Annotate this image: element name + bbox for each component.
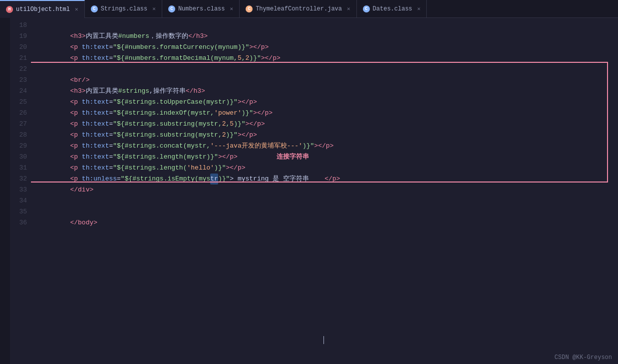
- tab-icon-thymeleaf: C: [246, 5, 253, 12]
- tab-close-utilobject[interactable]: ✕: [75, 6, 78, 12]
- tab-strings[interactable]: C Strings.class ✕: [85, 0, 162, 18]
- code-line-35: [39, 206, 618, 217]
- tab-label-numbers: Numbers.class: [178, 5, 225, 12]
- tab-icon-numbers: C: [168, 5, 175, 12]
- line-numbers: 18 19 20 21 22 23 24 25 26 27 28 29 30 3…: [10, 18, 31, 364]
- text-cursor: [323, 336, 324, 344]
- code-line-18: [39, 20, 618, 31]
- watermark: CSDN @KK-Greyson: [555, 354, 612, 361]
- code-content: <h3>内置工具类#numbers，操作数字的</h3> <p th:text=…: [31, 18, 618, 364]
- code-line-33: </div>: [39, 184, 618, 195]
- code-line-29: <p th:text="${#strings.concat(mystr,'---…: [39, 141, 618, 152]
- code-line-27: <p th:text="${#strings.substring(mystr,2…: [39, 119, 618, 130]
- code-line-36: </body>: [39, 217, 618, 228]
- code-line-23: <br/>: [39, 75, 618, 86]
- code-line-32: <p th:unless="${#strings.isEmpty(mystr)}…: [39, 174, 618, 184]
- tab-label-thymeleaf: ThymeleafController.java: [256, 5, 342, 12]
- tab-close-strings[interactable]: ✕: [152, 5, 156, 12]
- tab-icon-strings: C: [91, 5, 98, 12]
- code-line-26: <p th:text="${#strings.indexOf(mystr,'po…: [39, 108, 618, 119]
- code-line-25: <p th:text="${#strings.toUpperCase(mystr…: [39, 97, 618, 108]
- code-line-20: <p th:text="${#numbers.formatCurrency(my…: [39, 42, 618, 53]
- tab-utilobject[interactable]: H utilObject.html ✕: [0, 0, 85, 18]
- code-line-21: <p th:text="${#numbers.formatDecimal(myn…: [39, 53, 618, 64]
- code-line-19: <h3>内置工具类#numbers，操作数字的</h3>: [39, 31, 618, 42]
- tab-label-utilobject: utilObject.html: [16, 6, 70, 13]
- code-line-28: <p th:text="${#strings.substring(mystr,2…: [39, 130, 618, 141]
- tab-icon-html: H: [6, 6, 13, 13]
- tab-close-dates[interactable]: ✕: [417, 5, 421, 12]
- code-line-30: <p th:text="${#strings.length(mystr)}"><…: [39, 152, 618, 163]
- editor-area: 18 19 20 21 22 23 24 25 26 27 28 29 30 3…: [0, 18, 618, 364]
- tab-thymeleaf[interactable]: C ThymeleafController.java ✕: [240, 0, 356, 18]
- code-line-24: <h3>内置工具类#strings,操作字符串</h3>: [39, 86, 618, 97]
- tab-close-thymeleaf[interactable]: ✕: [347, 5, 350, 12]
- tab-bar: H utilObject.html ✕ C Strings.class ✕ C …: [0, 0, 618, 18]
- code-line-22: [39, 64, 618, 75]
- tab-label-dates: Dates.class: [373, 5, 412, 12]
- tab-label-strings: Strings.class: [101, 5, 148, 12]
- code-line-34: [39, 195, 618, 206]
- tab-numbers[interactable]: C Numbers.class ✕: [162, 0, 240, 18]
- tab-close-numbers[interactable]: ✕: [230, 5, 234, 12]
- tab-icon-dates: C: [363, 5, 370, 12]
- code-line-31: <p th:text="${#strings.length('hello')}"…: [39, 163, 618, 174]
- left-gutter: [0, 18, 10, 364]
- tab-dates[interactable]: C Dates.class ✕: [357, 0, 427, 18]
